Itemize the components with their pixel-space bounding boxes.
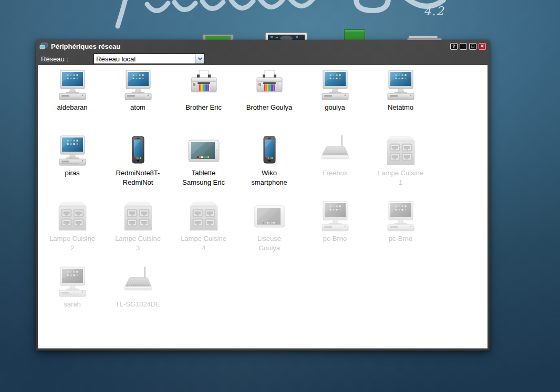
device-label: Tablette Samsung Eric: [182, 168, 225, 187]
device-label: goulya: [325, 103, 345, 112]
computer-icon: [56, 70, 89, 100]
chevron-down-icon[interactable]: [195, 54, 204, 63]
device-label: Netatmo: [388, 103, 413, 112]
device-label: Lampe Cuisine 1: [378, 168, 423, 187]
printer-icon: [253, 70, 286, 100]
phone-icon: [253, 135, 286, 166]
device-label: Freebox: [323, 168, 348, 178]
network-devices-window: Périphériques réseau ? _ □ ✕ Réseau : Ré…: [36, 40, 490, 351]
device-lampe-cuisine-3[interactable]: Lampe Cuisine 3: [105, 201, 171, 267]
tablet-icon: [253, 201, 286, 231]
maximize-button[interactable]: □: [469, 43, 476, 50]
computer-icon: [318, 201, 352, 231]
device-label: aldebaran: [57, 103, 88, 112]
device-piras[interactable]: piras: [39, 135, 105, 201]
device-freebox[interactable]: Freebox: [302, 135, 368, 201]
background-icon-printer[interactable]: [407, 36, 442, 40]
device-label: piras: [65, 168, 79, 178]
computer-icon: [318, 70, 352, 100]
minimize-button[interactable]: _: [460, 43, 467, 50]
device-label: RedmiNote8T- RedmiNot: [116, 168, 160, 187]
window-buttons: ? _ □ ✕: [450, 43, 486, 50]
device-label: Lampe Cuisine 2: [49, 234, 95, 253]
device-grid: aldebaran atom Brother Eric Brother Goul…: [38, 65, 488, 332]
desktop-wallpaper: 4.2 Périphériques réseau ? _ □ ✕: [0, 0, 560, 392]
device-label: Lampe Cuisine 4: [181, 234, 226, 253]
network-devices-icon: [39, 43, 48, 50]
network-select[interactable]: Réseau local: [94, 54, 205, 64]
switch-icon: [56, 201, 89, 231]
device-aldebaran[interactable]: aldebaran: [39, 70, 105, 135]
switch-icon: [384, 135, 418, 166]
background-icon-monitor[interactable]: [265, 33, 307, 40]
device-label: Lampe Cuisine 3: [115, 234, 161, 253]
computer-icon: [384, 201, 418, 231]
device-lampe-cuisine-1[interactable]: Lampe Cuisine 1: [368, 135, 433, 201]
device-label: Brother Goulya: [246, 103, 292, 112]
printer-icon: [187, 70, 221, 100]
computer-icon: [121, 70, 155, 100]
device-pc-brno[interactable]: pc-Brno: [368, 201, 433, 267]
close-button[interactable]: ✕: [479, 43, 486, 50]
device-label: Wiko smartphone: [251, 168, 287, 187]
device-sarah[interactable]: sarah: [39, 267, 105, 332]
device-pc-brno[interactable]: pc-Brno: [302, 201, 368, 267]
phone-icon: [121, 135, 155, 166]
titlebar[interactable]: Périphériques réseau ? _ □ ✕: [36, 40, 490, 52]
device-lampe-cuisine-2[interactable]: Lampe Cuisine 2: [39, 201, 105, 267]
device-liseuse-goulya[interactable]: Liseuse Goulya: [236, 201, 302, 267]
network-label: Réseau :: [41, 55, 68, 63]
router-icon: [121, 267, 155, 297]
wallpaper-version: 4.2: [423, 4, 455, 18]
network-select-value: Réseau local: [96, 55, 136, 63]
computer-icon: [384, 70, 418, 100]
device-brother-eric[interactable]: Brother Eric: [171, 70, 236, 135]
tablet-icon: [187, 135, 221, 166]
wallpaper-logo-partial: [115, 0, 455, 29]
device-label: Brother Eric: [185, 103, 222, 112]
device-goulya[interactable]: goulya: [302, 70, 368, 135]
device-lampe-cuisine-4[interactable]: Lampe Cuisine 4: [171, 201, 236, 267]
switch-icon: [187, 201, 221, 231]
device-tl-sg1024de[interactable]: TL-SG1024DE: [105, 267, 171, 332]
device-label: pc-Brno: [323, 234, 347, 243]
device-list-panel: aldebaran atom Brother Eric Brother Goul…: [38, 65, 488, 348]
device-brother-goulya[interactable]: Brother Goulya: [236, 70, 302, 135]
window-title: Périphériques réseau: [51, 43, 120, 50]
device-label: pc-Brno: [389, 234, 413, 243]
device-label: atom: [130, 103, 146, 112]
background-icon-laptop[interactable]: [202, 34, 234, 40]
router-icon: [318, 135, 352, 166]
computer-icon: [56, 135, 89, 166]
device-tablette-samsung-eric[interactable]: Tablette Samsung Eric: [171, 135, 236, 201]
device-netatmo[interactable]: Netatmo: [368, 70, 433, 135]
help-button[interactable]: ?: [450, 43, 458, 50]
device-wiko-smartphone[interactable]: Wiko smartphone: [236, 135, 302, 201]
device-label: TL-SG1024DE: [116, 300, 160, 309]
device-label: sarah: [64, 300, 81, 309]
device-redminote8t--redminot[interactable]: RedmiNote8T- RedmiNot: [105, 135, 171, 201]
network-toolbar: Réseau : Réseau local: [36, 52, 490, 65]
background-icon-folder[interactable]: [344, 29, 365, 40]
device-label: Liseuse Goulya: [257, 234, 281, 253]
device-atom[interactable]: atom: [105, 70, 171, 135]
switch-icon: [121, 201, 155, 231]
computer-icon: [56, 267, 89, 297]
